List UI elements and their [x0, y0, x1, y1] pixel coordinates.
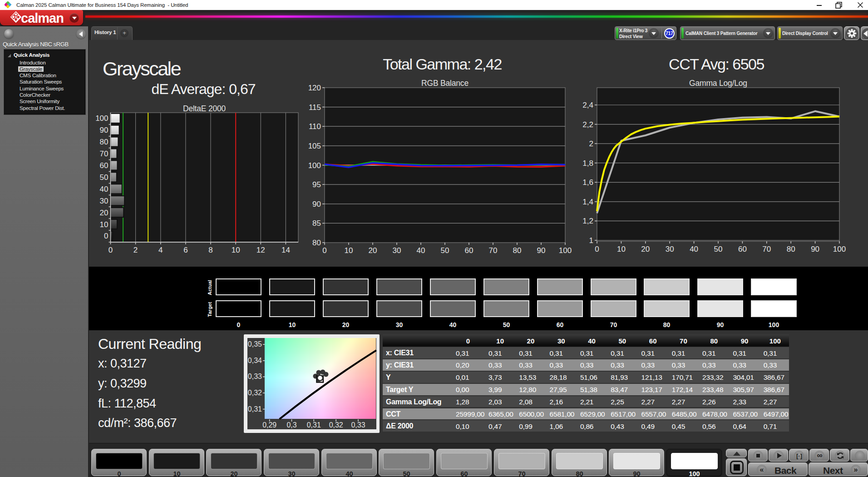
svg-text:120: 120: [309, 84, 321, 92]
svg-text:10: 10: [100, 220, 108, 229]
svg-text:0,33: 0,33: [351, 421, 365, 429]
svg-text:100: 100: [95, 114, 108, 123]
svg-text:10: 10: [232, 246, 240, 254]
svg-text:12: 12: [256, 246, 265, 254]
svg-text:70: 70: [100, 149, 108, 158]
svg-text:50: 50: [100, 173, 108, 182]
svg-text:1,2: 1,2: [582, 217, 593, 225]
svg-text:30: 30: [666, 245, 674, 253]
svg-text:30: 30: [100, 197, 108, 205]
svg-text:90: 90: [811, 245, 819, 253]
svg-text:14: 14: [281, 246, 290, 254]
svg-text:0,31: 0,31: [248, 405, 262, 413]
svg-text:2,4: 2,4: [582, 101, 593, 109]
svg-text:90: 90: [312, 200, 321, 209]
svg-text:90: 90: [537, 246, 546, 255]
svg-text:80: 80: [787, 245, 795, 253]
svg-text:105: 105: [309, 142, 321, 150]
svg-text:30: 30: [393, 246, 401, 255]
svg-text:100: 100: [309, 161, 321, 170]
svg-text:0,33: 0,33: [248, 373, 262, 380]
svg-text:1: 1: [589, 236, 593, 245]
svg-text:0: 0: [104, 232, 108, 240]
svg-text:0,31: 0,31: [307, 421, 321, 429]
svg-text:0,29: 0,29: [262, 421, 276, 429]
svg-text:80: 80: [100, 138, 108, 146]
svg-text:2,2: 2,2: [582, 120, 593, 129]
svg-text:80: 80: [312, 238, 321, 247]
svg-text:90: 90: [100, 126, 108, 134]
svg-text:1,6: 1,6: [582, 178, 593, 187]
svg-text:10: 10: [617, 245, 626, 253]
svg-text:60: 60: [738, 245, 747, 253]
svg-text:40: 40: [100, 185, 108, 194]
svg-text:2: 2: [589, 139, 593, 148]
svg-text:85: 85: [312, 219, 321, 228]
svg-text:95: 95: [312, 180, 321, 189]
svg-text:80: 80: [513, 246, 522, 255]
svg-text:0: 0: [108, 246, 113, 254]
svg-text:60: 60: [465, 246, 473, 255]
svg-text:40: 40: [417, 246, 425, 255]
svg-text:100: 100: [833, 245, 846, 253]
svg-text:2: 2: [133, 246, 138, 254]
svg-text:115: 115: [309, 103, 321, 112]
svg-text:0,34: 0,34: [248, 357, 262, 364]
svg-text:50: 50: [714, 245, 723, 253]
svg-text:6: 6: [183, 246, 187, 254]
svg-text:1,4: 1,4: [582, 198, 593, 206]
svg-text:0: 0: [322, 246, 326, 255]
svg-text:10: 10: [345, 246, 353, 255]
svg-text:100: 100: [559, 246, 572, 255]
svg-text:50: 50: [441, 246, 449, 255]
svg-text:20: 20: [369, 246, 377, 255]
svg-text:0,32: 0,32: [329, 421, 343, 429]
svg-text:0,3: 0,3: [286, 421, 296, 429]
svg-text:1,8: 1,8: [582, 159, 593, 168]
svg-text:20: 20: [100, 209, 108, 217]
svg-text:8: 8: [208, 246, 212, 254]
svg-text:0,35: 0,35: [248, 340, 262, 348]
svg-text:70: 70: [489, 246, 498, 255]
svg-text:110: 110: [309, 122, 321, 131]
svg-text:60: 60: [100, 161, 108, 170]
svg-text:0: 0: [595, 245, 599, 253]
svg-text:70: 70: [762, 245, 771, 253]
svg-text:40: 40: [690, 245, 698, 253]
svg-text:20: 20: [641, 245, 650, 253]
svg-text:0,32: 0,32: [248, 389, 262, 397]
svg-text:4: 4: [158, 246, 163, 254]
